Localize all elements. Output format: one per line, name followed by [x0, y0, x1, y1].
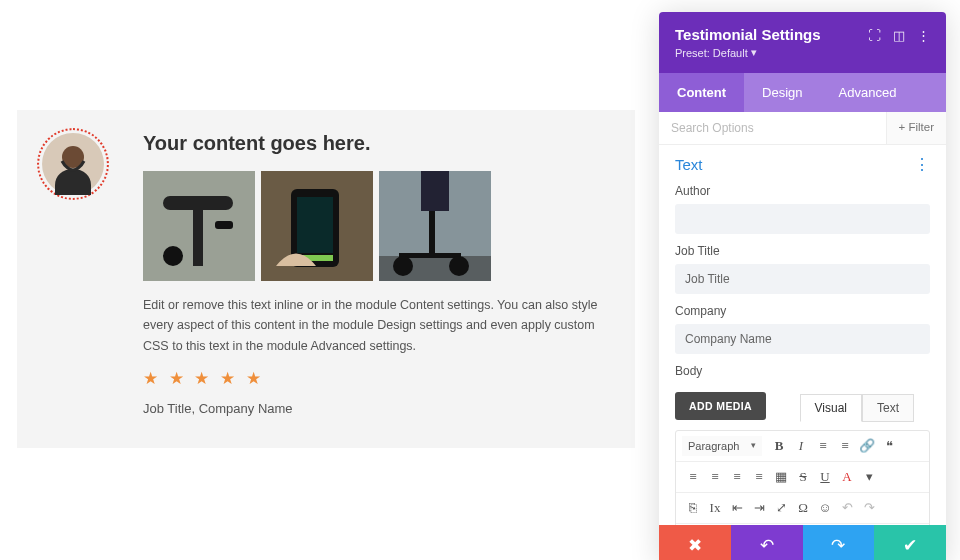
save-button[interactable]: ✔ [874, 525, 946, 560]
preview-meta[interactable]: Job Title, Company Name [143, 401, 607, 416]
author-input[interactable] [675, 204, 930, 234]
snap-icon[interactable]: ◫ [893, 28, 905, 43]
panel-footer: ✖ ↶ ↷ ✔ [659, 525, 946, 560]
editor-tab-visual[interactable]: Visual [800, 394, 862, 422]
link-icon[interactable]: 🔗 [856, 435, 878, 457]
add-media-button[interactable]: ADD MEDIA [675, 392, 766, 420]
section-title[interactable]: Text [675, 156, 703, 173]
svg-rect-6 [215, 221, 233, 229]
svg-rect-17 [421, 171, 435, 211]
preview-description[interactable]: Edit or remove this text inline or in th… [143, 295, 607, 356]
list-ol-icon[interactable]: ≡ [834, 435, 856, 457]
tab-advanced[interactable]: Advanced [821, 73, 915, 112]
preview-canvas: Your content goes here. Edit or remove t… [17, 110, 635, 448]
settings-panel: Testimonial Settings Preset: Default ▾ ⛶… [659, 12, 946, 560]
preview-heading[interactable]: Your content goes here. [143, 132, 607, 155]
svg-rect-18 [435, 171, 449, 211]
svg-rect-4 [193, 206, 203, 266]
strike-icon[interactable]: S [792, 466, 814, 488]
plus-icon: + [899, 121, 906, 133]
author-label: Author [675, 184, 930, 198]
clear-format-icon[interactable]: Ix [704, 497, 726, 519]
list-ul-icon[interactable]: ≡ [812, 435, 834, 457]
text-color-icon[interactable]: A [836, 466, 858, 488]
company-label: Company [675, 304, 930, 318]
filter-button[interactable]: + Filter [886, 112, 946, 144]
italic-icon[interactable]: I [790, 435, 812, 457]
tab-design[interactable]: Design [744, 73, 820, 112]
redo-button[interactable]: ↷ [803, 525, 875, 560]
paste-icon[interactable]: ⎘ [682, 497, 704, 519]
panel-header: Testimonial Settings Preset: Default ▾ ⛶… [659, 12, 946, 73]
preset-selector[interactable]: Preset: Default ▾ [675, 46, 821, 59]
thumbnail-3[interactable] [379, 171, 491, 281]
undo-icon[interactable]: ↶ [836, 497, 858, 519]
expand-icon[interactable]: ⛶ [868, 28, 881, 43]
avatar[interactable] [37, 128, 109, 200]
thumbnail-row [143, 171, 607, 281]
svg-point-5 [163, 246, 183, 266]
align-right-icon[interactable]: ≡ [726, 466, 748, 488]
color-caret-icon[interactable]: ▾ [858, 466, 880, 488]
underline-icon[interactable]: U [814, 466, 836, 488]
more-icon[interactable]: ⋮ [917, 28, 930, 43]
undo-button[interactable]: ↶ [731, 525, 803, 560]
outdent-icon[interactable]: ⇤ [726, 497, 748, 519]
align-center-icon[interactable]: ≡ [704, 466, 726, 488]
section-menu-icon[interactable]: ⋮ [914, 155, 930, 174]
jobtitle-input[interactable] [675, 264, 930, 294]
redo-icon[interactable]: ↷ [858, 497, 880, 519]
special-char-icon[interactable]: Ω [792, 497, 814, 519]
tab-content[interactable]: Content [659, 73, 744, 112]
bold-icon[interactable]: B [768, 435, 790, 457]
svg-rect-9 [297, 197, 333, 253]
search-input[interactable] [659, 112, 886, 144]
toolbar-toggle-icon[interactable]: ▦ [770, 466, 792, 488]
quote-icon[interactable]: ❝ [878, 435, 900, 457]
panel-title: Testimonial Settings [675, 26, 821, 43]
panel-tabs: Content Design Advanced [659, 73, 946, 112]
close-button[interactable]: ✖ [659, 525, 731, 560]
indent-icon[interactable]: ⇥ [748, 497, 770, 519]
fullscreen-icon[interactable]: ⤢ [770, 497, 792, 519]
align-left-icon[interactable]: ≡ [682, 466, 704, 488]
svg-point-16 [449, 256, 469, 276]
align-justify-icon[interactable]: ≡ [748, 466, 770, 488]
paragraph-select[interactable]: Paragraph [682, 436, 762, 456]
star-rating: ★ ★ ★ ★ ★ [143, 368, 607, 389]
svg-rect-14 [399, 253, 461, 258]
emoji-icon[interactable]: ☺ [814, 497, 836, 519]
chevron-down-icon: ▾ [751, 46, 757, 59]
thumbnail-1[interactable] [143, 171, 255, 281]
body-label: Body [675, 364, 930, 378]
editor-tab-text[interactable]: Text [862, 394, 914, 422]
thumbnail-2[interactable] [261, 171, 373, 281]
company-input[interactable] [675, 324, 930, 354]
jobtitle-label: Job Title [675, 244, 930, 258]
svg-point-15 [393, 256, 413, 276]
